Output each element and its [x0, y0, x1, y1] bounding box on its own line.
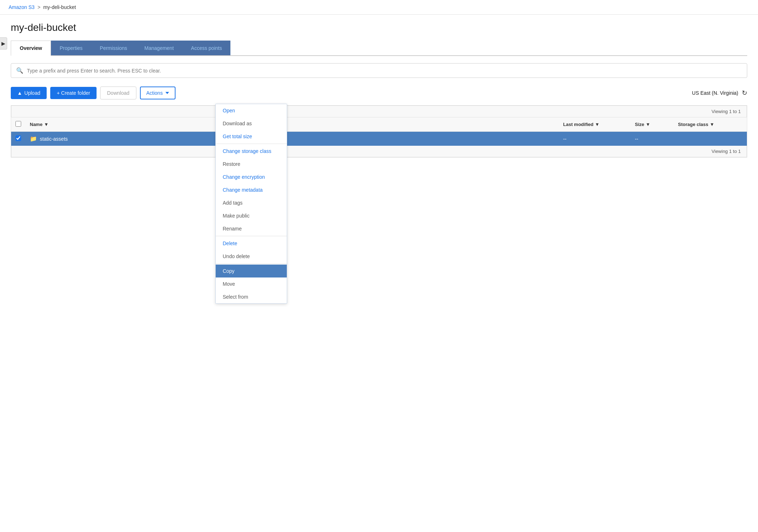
table-wrapper: Viewing 1 to 1 Name ▼ Last modified ▼ Si…: [11, 105, 747, 158]
action-download-as[interactable]: Download as: [216, 117, 287, 130]
breadcrumb-link-s3[interactable]: Amazon S3: [9, 4, 34, 10]
row-size: --: [635, 136, 678, 142]
action-rename[interactable]: Rename: [216, 222, 287, 235]
action-change-metadata[interactable]: Change metadata: [216, 183, 287, 196]
region-label: US East (N. Virginia): [692, 90, 738, 96]
upload-button[interactable]: ▲ Upload: [11, 87, 47, 99]
action-delete[interactable]: Delete: [216, 237, 287, 250]
row-checkbox[interactable]: [15, 135, 21, 141]
table-row[interactable]: 📁 static-assets -- --: [11, 132, 747, 146]
col-size-sort-icon: ▼: [646, 122, 650, 127]
col-storage-class-sort-icon: ▼: [710, 122, 715, 127]
table-header: Name ▼ Last modified ▼ Size ▼ Storage cl…: [11, 117, 747, 132]
col-storage-class-label: Storage class: [678, 122, 708, 127]
breadcrumb: Amazon S3 > my-deli-bucket: [9, 4, 76, 10]
col-header-storage-class[interactable]: Storage class ▼: [678, 122, 743, 127]
breadcrumb-separator: >: [37, 4, 40, 10]
refresh-icon[interactable]: ↻: [742, 89, 747, 97]
action-make-public[interactable]: Make public: [216, 209, 287, 222]
tab-bar: Overview Properties Permissions Manageme…: [11, 41, 747, 56]
region-info: US East (N. Virginia) ↻: [692, 89, 747, 97]
breadcrumb-current: my-deli-bucket: [43, 4, 76, 10]
action-select-from[interactable]: Select from: [216, 290, 287, 303]
main-content: ▶ my-deli-bucket Overview Properties Per…: [0, 15, 758, 165]
tab-access-points[interactable]: Access points: [182, 41, 230, 55]
col-last-modified-sort-icon: ▼: [595, 122, 600, 127]
create-folder-button[interactable]: + Create folder: [50, 87, 97, 99]
actions-button[interactable]: Actions: [140, 87, 176, 99]
viewing-top: Viewing 1 to 1: [11, 106, 747, 117]
action-undo-delete[interactable]: Undo delete: [216, 250, 287, 263]
divider-2: [216, 236, 287, 236]
col-header-last-modified[interactable]: Last modified ▼: [563, 122, 635, 127]
row-last-modified: --: [563, 136, 635, 142]
action-open[interactable]: Open: [216, 104, 287, 117]
row-name: static-assets: [40, 136, 68, 142]
divider-3: [216, 263, 287, 264]
col-size-label: Size: [635, 122, 644, 127]
select-all-checkbox-cell: [15, 121, 30, 128]
action-copy[interactable]: Copy: [216, 265, 287, 277]
search-bar: 🔍: [11, 63, 747, 78]
tab-permissions[interactable]: Permissions: [91, 41, 136, 55]
action-change-encryption[interactable]: Change encryption: [216, 171, 287, 183]
row-checkbox-cell: [15, 135, 30, 142]
action-change-storage-class[interactable]: Change storage class: [216, 145, 287, 158]
upload-icon: ▲: [17, 90, 22, 96]
divider-1: [216, 144, 287, 144]
action-restore[interactable]: Restore: [216, 158, 287, 171]
tab-properties[interactable]: Properties: [51, 41, 91, 55]
action-get-total-size[interactable]: Get total size: [216, 130, 287, 143]
tab-management[interactable]: Management: [136, 41, 182, 55]
col-header-name[interactable]: Name ▼: [30, 122, 563, 127]
page-title: my-deli-bucket: [11, 22, 747, 33]
col-name-sort-icon: ▼: [44, 122, 48, 127]
page-wrapper: Amazon S3 > my-deli-bucket ▶ my-deli-buc…: [0, 0, 758, 532]
col-name-label: Name: [30, 122, 42, 127]
actions-dropdown-container: Actions Open Download as Get total size …: [140, 87, 176, 99]
toolbar: ▲ Upload + Create folder Download Action…: [11, 87, 747, 99]
col-last-modified-label: Last modified: [563, 122, 594, 127]
col-header-size[interactable]: Size ▼: [635, 122, 678, 127]
search-input[interactable]: [27, 68, 742, 74]
action-move[interactable]: Move: [216, 277, 287, 290]
download-button[interactable]: Download: [100, 87, 136, 99]
folder-icon: 📁: [30, 135, 37, 142]
action-add-tags[interactable]: Add tags: [216, 196, 287, 209]
top-bar: Amazon S3 > my-deli-bucket: [0, 0, 758, 15]
tab-overview[interactable]: Overview: [11, 41, 51, 56]
select-all-checkbox[interactable]: [15, 121, 21, 127]
chevron-down-icon: [165, 92, 169, 94]
actions-dropdown-menu: Open Download as Get total size Change s…: [215, 104, 287, 304]
sidebar-toggle[interactable]: ▶: [0, 37, 7, 50]
viewing-bottom: Viewing 1 to 1: [11, 146, 747, 157]
row-name-cell: 📁 static-assets: [30, 135, 563, 142]
search-icon: 🔍: [16, 67, 23, 74]
